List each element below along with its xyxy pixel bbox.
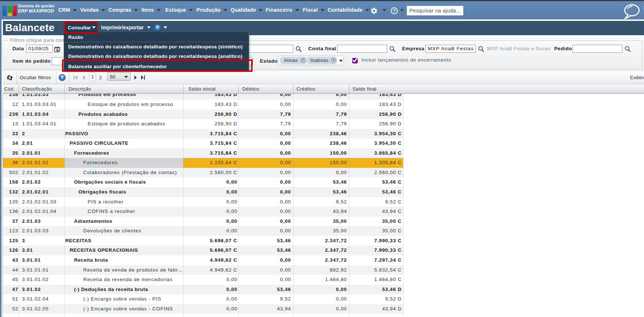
svg-text:8: 8 [56,48,58,52]
